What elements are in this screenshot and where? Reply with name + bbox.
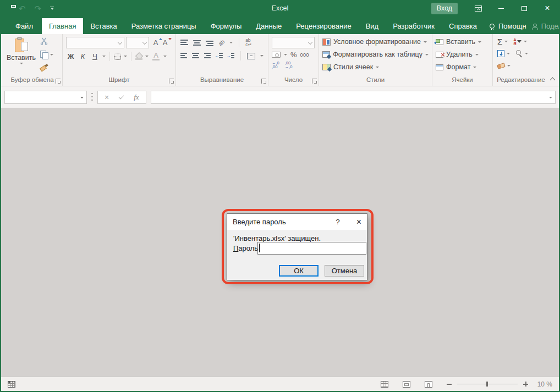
tab-data[interactable]: Данные <box>249 18 289 34</box>
decrease-indent-icon[interactable]: ← <box>216 53 222 59</box>
tell-me-assistant[interactable]: Помощн <box>484 18 532 34</box>
cells-group-label: Ячейки <box>432 76 492 86</box>
undo-icon[interactable]: ↶ <box>19 4 26 13</box>
tab-review[interactable]: Рецензирование <box>289 18 358 34</box>
insert-cells-button[interactable]: Вставить <box>436 36 489 47</box>
format-painter-button[interactable] <box>40 62 53 71</box>
customize-qat-icon[interactable] <box>50 7 54 10</box>
underline-dropdown-icon[interactable] <box>102 56 106 57</box>
name-box[interactable] <box>4 91 87 104</box>
font-color-dropdown-icon[interactable] <box>163 56 167 57</box>
drag-dots-icon[interactable] <box>91 93 93 101</box>
page-layout-view-icon[interactable] <box>403 381 410 388</box>
fill-down-icon <box>497 50 504 57</box>
number-dialog-launcher[interactable] <box>312 79 317 84</box>
fill-color-icon[interactable] <box>135 53 142 60</box>
tab-page-layout[interactable]: Разметка страницы <box>124 18 204 34</box>
cut-button[interactable] <box>40 38 53 47</box>
align-left-icon[interactable] <box>180 53 187 59</box>
fill-color-dropdown-icon[interactable] <box>145 56 149 57</box>
tab-developer[interactable]: Разработчик <box>386 18 442 34</box>
font-dialog-launcher[interactable] <box>169 79 174 84</box>
macro-record-icon[interactable] <box>8 381 15 388</box>
formula-input[interactable] <box>151 91 556 104</box>
increase-decimal-icon[interactable]: ←,0,00 <box>272 61 279 69</box>
find-select-button[interactable] <box>515 50 528 57</box>
page-break-view-icon[interactable] <box>425 381 432 388</box>
borders-dropdown-icon[interactable] <box>124 56 127 57</box>
copy-dropdown-icon <box>50 54 53 56</box>
quick-access-toolbar: ↶ ↷ <box>1 4 54 13</box>
sort-filter-button[interactable]: АЯ <box>513 38 526 46</box>
clear-button[interactable] <box>497 64 510 68</box>
align-center-icon[interactable] <box>192 53 199 59</box>
accounting-format-icon[interactable] <box>272 52 281 58</box>
share-button[interactable]: Поделиться <box>532 18 560 34</box>
underline-button[interactable]: Ч <box>90 51 100 61</box>
clipboard-dialog-launcher[interactable] <box>56 79 61 84</box>
tab-formulas[interactable]: Формулы <box>204 18 249 34</box>
zoom-control: 10 % <box>447 380 552 388</box>
orientation-dropdown-icon[interactable] <box>229 42 233 43</box>
autosum-button[interactable]: Σ <box>497 37 508 46</box>
redo-icon[interactable]: ↷ <box>35 4 42 13</box>
wrap-text-icon[interactable]: abc↵ <box>245 38 251 47</box>
font-color-button[interactable]: А <box>151 51 161 61</box>
tab-file[interactable]: Файл <box>7 18 42 34</box>
merge-dropdown-icon[interactable] <box>260 55 263 57</box>
accounting-dropdown-icon[interactable] <box>284 54 287 56</box>
collapse-ribbon-icon[interactable] <box>550 78 556 83</box>
align-middle-icon[interactable] <box>193 40 201 46</box>
magnifier-icon <box>515 50 523 57</box>
italic-button[interactable]: К <box>78 51 87 61</box>
borders-icon[interactable] <box>114 53 121 60</box>
format-cells-button[interactable]: Формат <box>436 62 489 73</box>
paste-dropdown-icon <box>20 63 23 64</box>
zoom-slider-thumb[interactable] <box>486 382 488 387</box>
zoom-out-icon[interactable] <box>447 384 452 385</box>
sign-in-button[interactable]: Вход <box>431 3 458 14</box>
bold-button[interactable]: Ж <box>66 51 75 61</box>
minimize-button[interactable] <box>490 0 513 16</box>
tab-view[interactable]: Вид <box>359 18 386 34</box>
percent-style-button[interactable]: % <box>290 51 297 59</box>
align-right-icon[interactable] <box>204 53 211 59</box>
fill-button[interactable] <box>497 50 510 57</box>
number-format-combo[interactable] <box>272 37 315 48</box>
normal-view-icon[interactable] <box>381 381 388 388</box>
copy-button[interactable] <box>40 50 53 59</box>
align-bottom-icon[interactable] <box>206 40 213 46</box>
editing-group-label: Редактирование <box>493 76 549 86</box>
cancel-entry-icon[interactable]: × <box>105 93 109 101</box>
zoom-level[interactable]: 10 % <box>534 380 552 388</box>
ribbon-display-options-button[interactable] <box>466 0 490 16</box>
maximize-button[interactable] <box>513 0 536 16</box>
chevron-down-icon <box>118 40 122 45</box>
delete-cells-button[interactable]: Удалить <box>436 49 489 60</box>
insert-function-icon[interactable]: fx <box>134 93 139 102</box>
paste-button[interactable]: Вставить <box>7 36 36 76</box>
tab-help[interactable]: Справка <box>442 18 484 34</box>
enter-entry-icon[interactable] <box>119 93 124 99</box>
cell-styles-button[interactable]: Стили ячеек <box>322 62 429 73</box>
zoom-in-icon[interactable] <box>523 382 528 387</box>
decrease-decimal-icon[interactable]: ,00→,0 <box>285 61 293 69</box>
close-button[interactable]: × <box>536 0 559 16</box>
merge-center-icon[interactable] <box>247 53 255 59</box>
increase-indent-icon[interactable]: → <box>228 53 234 59</box>
tab-home[interactable]: Главная <box>42 18 83 34</box>
zoom-slider[interactable] <box>457 384 518 384</box>
shrink-font-button[interactable]: А <box>162 38 171 48</box>
orientation-icon[interactable]: ab <box>217 38 226 47</box>
comma-style-button[interactable]: 000 <box>300 52 310 58</box>
font-name-combo[interactable] <box>66 37 124 48</box>
tab-insert[interactable]: Вставка <box>83 18 124 34</box>
font-size-combo[interactable] <box>126 37 149 48</box>
format-as-table-button[interactable]: Форматировать как таблицу <box>322 49 429 60</box>
expand-formula-bar-icon <box>549 97 552 98</box>
conditional-formatting-button[interactable]: Условное форматирование <box>322 36 429 47</box>
cell-styles-icon <box>322 64 331 70</box>
align-top-icon[interactable] <box>180 40 188 46</box>
grow-font-button[interactable]: А <box>152 38 162 48</box>
alignment-dialog-launcher[interactable] <box>261 79 266 84</box>
